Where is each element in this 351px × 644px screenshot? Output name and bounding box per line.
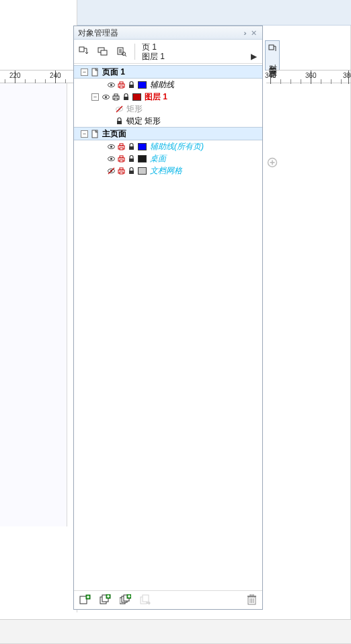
svg-rect-33 xyxy=(120,148,123,150)
lock-icon[interactable] xyxy=(126,154,136,163)
dock-tab-icon xyxy=(268,44,277,55)
close-icon[interactable]: ✕ xyxy=(249,26,258,40)
page-icon xyxy=(90,129,100,138)
svg-rect-47 xyxy=(129,171,134,174)
eye-icon[interactable] xyxy=(106,142,116,151)
lock-icon[interactable] xyxy=(114,116,124,126)
tool-layer-manager-icon[interactable] xyxy=(95,44,110,59)
color-swatch[interactable] xyxy=(132,93,141,101)
tree-label: 主页面 xyxy=(102,128,126,140)
eye-icon[interactable] xyxy=(106,80,116,89)
tree-label: 页面 1 xyxy=(102,66,125,78)
status-bar xyxy=(0,619,351,643)
svg-rect-38 xyxy=(120,156,123,158)
printer-icon[interactable] xyxy=(116,80,126,89)
svg-rect-23 xyxy=(124,97,128,100)
tree-label: 辅助线(所有页) xyxy=(150,141,204,152)
lock-icon[interactable] xyxy=(121,92,130,101)
tree-label: 辅助线 xyxy=(150,79,174,91)
docked-tab-object-manager[interactable]: 对象管理器 xyxy=(265,40,280,71)
tree-master-guides[interactable]: 辅助线(所有页) xyxy=(74,140,262,152)
svg-rect-39 xyxy=(120,160,123,162)
lock-icon[interactable] xyxy=(126,142,136,151)
printer-icon[interactable] xyxy=(116,154,126,163)
svg-rect-45 xyxy=(120,168,123,170)
tree-page1-layer1[interactable]: − 图层 1 xyxy=(74,91,262,103)
ruler-tick-label: 380 xyxy=(343,72,351,79)
ruler-tick-label: 240 xyxy=(50,72,61,79)
current-layer-label: 图层 1 xyxy=(142,52,165,61)
dock-tab-label: 对象管理器 xyxy=(267,58,278,64)
new-layer-button[interactable] xyxy=(78,594,91,607)
svg-line-10 xyxy=(125,55,126,56)
tree-label: 锁定 矩形 xyxy=(126,116,161,127)
svg-point-36 xyxy=(110,157,112,159)
color-swatch[interactable] xyxy=(138,143,147,150)
page-layer-indicator[interactable]: 页 1 图层 1▶ xyxy=(141,42,260,61)
eye-icon[interactable] xyxy=(106,154,116,163)
lock-icon[interactable] xyxy=(126,80,136,89)
lock-icon[interactable] xyxy=(126,166,136,175)
panel-titlebar[interactable]: 对象管理器 ›› ✕ xyxy=(74,26,262,40)
svg-rect-16 xyxy=(120,86,123,88)
dropdown-triangle-icon[interactable]: ▶ xyxy=(251,52,257,61)
ruler-tick-label: 360 xyxy=(305,72,317,79)
svg-rect-21 xyxy=(114,94,118,96)
svg-rect-27 xyxy=(117,121,122,124)
svg-point-9 xyxy=(122,52,126,55)
svg-point-19 xyxy=(104,95,106,97)
ruler-tick-label: 220 xyxy=(9,72,21,79)
printer-icon[interactable] xyxy=(116,142,126,151)
tree-label: 桌面 xyxy=(150,153,166,165)
new-master-layer-all-button[interactable] xyxy=(118,594,132,607)
horizontal-ruler-right: 340 360 380 xyxy=(266,70,351,83)
color-swatch[interactable] xyxy=(138,167,147,175)
new-master-layer-button[interactable] xyxy=(98,594,112,607)
svg-rect-40 xyxy=(129,158,134,162)
tree-master-page[interactable]: − 主页面 xyxy=(74,127,262,140)
tree-master-desktop[interactable]: 桌面 xyxy=(74,152,262,165)
svg-rect-15 xyxy=(120,82,123,84)
tree-page-1[interactable]: − 页面 1 xyxy=(74,65,262,79)
tree-label: 矩形 xyxy=(126,103,143,115)
tree-rect-locked[interactable]: 锁定 矩形 xyxy=(74,115,262,127)
collapse-toggle-icon[interactable]: − xyxy=(81,68,88,76)
move-to-layer-button xyxy=(139,594,152,607)
tool-object-props-icon[interactable] xyxy=(114,44,129,59)
svg-point-13 xyxy=(110,83,112,85)
svg-rect-34 xyxy=(129,146,134,150)
add-tab-button[interactable] xyxy=(267,157,278,168)
collapse-toggle-icon[interactable]: − xyxy=(91,93,99,101)
ruler-tick-label: 340 xyxy=(265,72,276,79)
svg-rect-71 xyxy=(269,45,274,50)
tree-rect-hidden[interactable]: 矩形 xyxy=(74,103,262,115)
object-manager-panel: 对象管理器 ›› ✕ 页 1 图层 1▶ xyxy=(73,26,263,610)
panel-toolbar: 页 1 图层 1▶ xyxy=(74,40,262,64)
eye-hidden-icon[interactable] xyxy=(114,104,124,113)
eye-hidden-icon[interactable] xyxy=(106,166,116,175)
svg-rect-70 xyxy=(250,594,254,596)
eye-icon[interactable] xyxy=(101,92,110,101)
panel-title-text: 对象管理器 xyxy=(78,26,118,40)
app-frame: 220 240 对象管理器 ›› ✕ 页 1 图层 1▶ xyxy=(0,0,351,644)
tree-label: 文档网格 xyxy=(150,165,182,177)
workarea[interactable] xyxy=(0,83,67,526)
svg-rect-17 xyxy=(129,85,134,88)
tree-master-docgrid[interactable]: 文档网格 xyxy=(74,165,262,177)
collapse-icon[interactable]: ›› xyxy=(239,26,249,40)
tool-layer-options-icon[interactable] xyxy=(77,44,91,59)
svg-rect-46 xyxy=(120,172,123,174)
horizontal-ruler: 220 240 xyxy=(0,70,77,83)
color-swatch[interactable] xyxy=(138,155,147,163)
svg-rect-32 xyxy=(120,144,123,146)
object-tree[interactable]: − 页面 1 辅助线 − 图层 1 xyxy=(74,65,262,589)
tree-page1-guides[interactable]: 辅助线 xyxy=(74,79,262,91)
printer-enabled-icon[interactable] xyxy=(111,92,120,101)
svg-rect-4 xyxy=(101,50,107,55)
collapse-toggle-icon[interactable]: − xyxy=(81,130,88,138)
tree-label: 图层 1 xyxy=(145,91,167,103)
delete-button[interactable] xyxy=(245,594,258,607)
panel-footer xyxy=(74,590,262,609)
printer-icon[interactable] xyxy=(116,166,126,175)
color-swatch[interactable] xyxy=(138,81,147,89)
